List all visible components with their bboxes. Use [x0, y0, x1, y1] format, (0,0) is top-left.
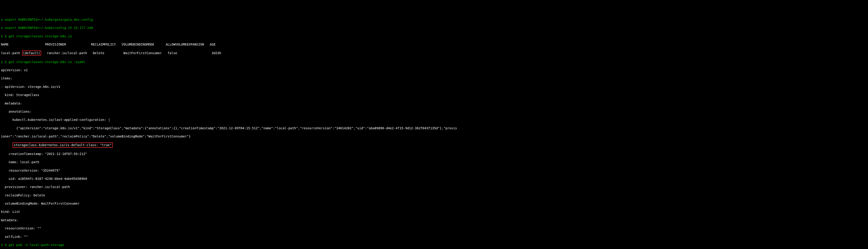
is-default-highlight: storageclass.kubernetes.io/is-default-cl…: [12, 142, 113, 147]
command-line-5: ❯ k get pod -n local-path-storage: [1, 243, 867, 247]
prompt-char: ❯: [1, 26, 3, 30]
yaml-kind-list: kind: List: [1, 210, 867, 214]
yaml-last-applied-key: kubectl.kubernetes.io/last-applied-confi…: [1, 118, 867, 122]
sc-table-header: NAME PROVISIONER RECLAIMPOLICY VOLUMEBIN…: [1, 42, 867, 47]
command-line-4: ❯ k get storageclasses.storage.k8s.io -o…: [1, 60, 867, 64]
prompt-char: ❯: [1, 243, 3, 247]
yaml-self-link: selfLink: "": [1, 235, 867, 239]
yaml-provisioner: provisioner: rancher.io/local-path: [1, 185, 867, 189]
yaml-metadata2: metadata:: [1, 218, 867, 222]
yaml-item-api: - apiVersion: storage.k8s.io/v1: [1, 85, 867, 89]
get-pod-command: k get pod -n local-path-storage: [5, 243, 64, 247]
header-allowexpansion: ALLOWVOLUMEEXPANSION: [166, 43, 204, 46]
command-line-2: ❯ export KUBECONFIG=~/.kube/config.15.15…: [1, 26, 867, 30]
header-age: AGE: [210, 43, 216, 46]
yaml-metadata: metadata:: [1, 101, 867, 105]
prompt-char: ❯: [1, 18, 3, 21]
yaml-is-default-line: storageclass.kubernetes.io/is-default-cl…: [1, 142, 867, 147]
yaml-reclaim-policy: reclaimPolicy: Delete: [1, 193, 867, 197]
command-line-1: ❯ export KUBECONFIG=~/.kube/gaia/gaia.de…: [1, 18, 867, 22]
get-sc-command: k get storageclasses.storage.k8s.io: [5, 34, 72, 38]
prompt-char: ❯: [1, 60, 3, 64]
yaml-resource-version: resourceVersion: "35244975": [1, 168, 867, 172]
yaml-kind-sc: kind: StorageClass: [1, 93, 867, 97]
header-name: NAME: [1, 43, 9, 46]
header-volumebinding: VOLUMEBINDINGMODE: [122, 43, 154, 46]
sc-name-prefix: local-path: [1, 51, 22, 55]
default-tag-highlight: (default): [22, 51, 41, 56]
yaml-creation-ts: creationTimestamp: "2021-12-10T07:59:21Z…: [1, 152, 867, 156]
yaml-items: items:: [1, 76, 867, 80]
yaml-resource-version2: resourceVersion: "": [1, 226, 867, 230]
yaml-name: name: local-path: [1, 160, 867, 164]
yaml-uid: uid: a18594fc-8187-423b-bbed-4abe95d389b…: [1, 176, 867, 181]
yaml-apiversion: apiVersion: v1: [1, 68, 867, 72]
sc-age: 3d23h: [212, 51, 221, 55]
sc-provisioner: rancher.io/local-path: [47, 51, 87, 55]
header-provisioner: PROVISIONER: [45, 43, 66, 46]
yaml-is-default: storageclass.kubernetes.io/is-default-cl…: [14, 143, 112, 147]
yaml-volume-binding: volumeBindingMode: WaitForFirstConsumer: [1, 201, 867, 205]
command-line-3: ❯ k get storageclasses.storage.k8s.io: [1, 34, 867, 38]
yaml-last-applied-val2: ioner":"rancher.io/local-path","reclaimP…: [1, 134, 867, 138]
export-command-1: export KUBECONFIG=~/.kube/gaia/gaia.dev.…: [5, 18, 93, 21]
sc-table-row: local-path (default) rancher.io/local-pa…: [1, 51, 867, 56]
get-sc-yaml-command: k get storageclasses.storage.k8s.io -oya…: [5, 60, 85, 64]
default-tag: (default): [23, 51, 40, 55]
yaml-last-applied-val: {"apiVersion":"storage.k8s.io/v1","kind"…: [1, 126, 867, 130]
sc-allowexpansion: false: [167, 51, 177, 55]
prompt-char: ❯: [1, 34, 3, 38]
sc-volumebinding: WaitForFirstConsumer: [123, 51, 162, 55]
sc-reclaim: Delete: [93, 51, 104, 55]
yaml-annotations: annotations:: [1, 109, 867, 114]
header-reclaim: RECLAIMPOLICY: [91, 43, 116, 46]
export-command-2: export KUBECONFIG=~/.kube/config.15.15.1…: [5, 26, 93, 30]
